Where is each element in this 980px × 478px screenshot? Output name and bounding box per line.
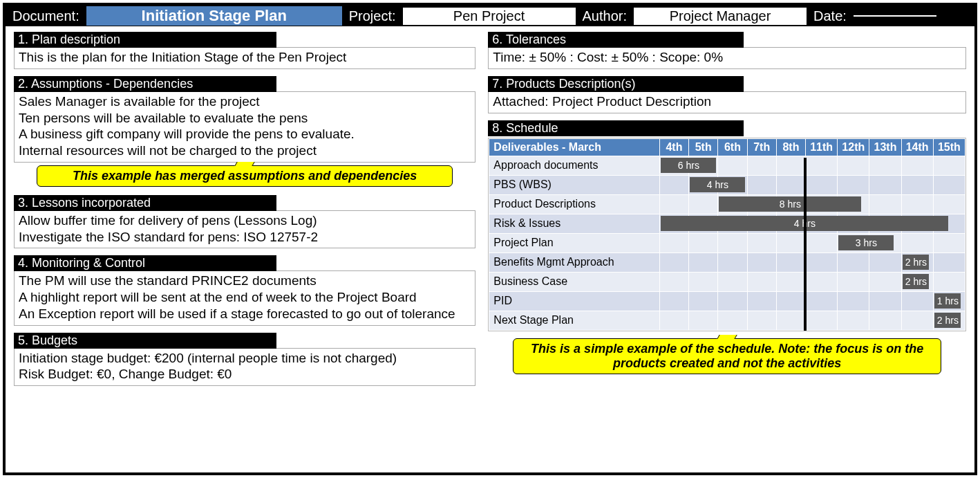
- section-products: 7. Products Description(s) Attached: Pro…: [488, 76, 966, 113]
- header-bar: Document: Initiation Stage Plan Project:…: [6, 6, 974, 26]
- schedule-row: Business Case: [489, 272, 965, 291]
- callout-note-assumptions: This example has merged assumptions and …: [37, 165, 452, 187]
- gantt-bar: 3 hrs: [838, 235, 894, 250]
- schedule-day-header: 13th: [869, 138, 901, 156]
- section-body: Time: ± 50% : Cost: ± 50% : Scope: 0%: [488, 47, 966, 69]
- schedule-row: Next Stage Plan: [489, 311, 965, 330]
- section-assumptions: 2. Assumptions - Dependencies Sales Mana…: [14, 76, 475, 188]
- section-body: This is the plan for the Initiation Stag…: [14, 47, 475, 69]
- project-label: Project:: [346, 8, 399, 24]
- section-schedule: 8. Schedule Deliverables - March4th5th6t…: [488, 120, 966, 331]
- section-title: 3. Lessons incorporated: [14, 195, 276, 211]
- author-field[interactable]: Project Manager: [634, 8, 807, 25]
- schedule-row: Approach documents: [489, 156, 965, 175]
- section-body: Attached: Project Product Description: [488, 91, 966, 113]
- section-title: 8. Schedule: [488, 120, 744, 136]
- gantt-bar: 4 hrs: [690, 177, 745, 192]
- schedule-row-label: Benefits Mgmt Approach: [489, 252, 659, 272]
- section-title: 1. Plan description: [14, 32, 276, 48]
- schedule-day-header: 5th: [689, 138, 718, 156]
- schedule-row-label: PID: [489, 291, 659, 311]
- section-body: Sales Manager is available for the proje…: [14, 91, 475, 163]
- gantt-bar: 2 hrs: [934, 313, 961, 328]
- author-label: Author:: [580, 8, 630, 24]
- schedule-gantt: Deliverables - March4th5th6th7th8th11th1…: [488, 138, 966, 331]
- schedule-row: PID: [489, 291, 965, 311]
- section-title: 2. Assumptions - Dependencies: [14, 76, 276, 92]
- section-title: 4. Monitoring & Control: [14, 255, 276, 271]
- right-column: 6. Tolerances Time: ± 50% : Cost: ± 50% …: [488, 32, 966, 386]
- gantt-bar: 2 hrs: [903, 255, 929, 270]
- section-title: 5. Budgets: [14, 333, 276, 349]
- gantt-bar: 2 hrs: [903, 274, 929, 289]
- section-tolerances: 6. Tolerances Time: ± 50% : Cost: ± 50% …: [488, 32, 966, 69]
- schedule-day-header: 12th: [838, 138, 869, 156]
- section-body: Initiation stage budget: €200 (internal …: [14, 348, 475, 387]
- section-title: 7. Products Description(s): [488, 76, 744, 92]
- date-label: Date:: [811, 8, 849, 24]
- left-column: 1. Plan description This is the plan for…: [14, 32, 475, 386]
- callout-note-schedule: This is a simple example of the schedule…: [513, 338, 941, 374]
- schedule-row-label: Product Descriptions: [489, 194, 659, 214]
- schedule-day-header: 4th: [659, 138, 688, 156]
- schedule-row-label: Business Case: [489, 272, 659, 291]
- schedule-day-header: 15th: [933, 138, 965, 156]
- schedule-row-label: Approach documents: [489, 156, 659, 175]
- page: Document: Initiation Stage Plan Project:…: [3, 3, 977, 475]
- section-lessons: 3. Lessons incorporated Allow buffer tim…: [14, 195, 475, 249]
- columns: 1. Plan description This is the plan for…: [14, 32, 966, 386]
- schedule-row-label: PBS (WBS): [489, 175, 659, 194]
- schedule-day-header: 8th: [776, 138, 805, 156]
- schedule-row-label: Next Stage Plan: [489, 311, 659, 330]
- schedule-row-label: Risk & Issues: [489, 214, 659, 233]
- section-monitoring: 4. Monitoring & Control The PM will use …: [14, 255, 475, 325]
- gantt-bar: 1 hrs: [934, 293, 961, 309]
- gantt-bar: 8 hrs: [719, 196, 861, 212]
- section-body: The PM will use the standard PRINCE2 doc…: [14, 270, 475, 325]
- section-body: Allow buffer time for delivery of pens (…: [14, 210, 475, 249]
- section-plan-description: 1. Plan description This is the plan for…: [14, 32, 475, 69]
- schedule-day-header: 14th: [901, 138, 933, 156]
- schedule-row-label: Project Plan: [489, 233, 659, 252]
- schedule-marker-line: [804, 158, 807, 331]
- document-title: Initiation Stage Plan: [86, 6, 342, 26]
- schedule-day-header: 6th: [718, 138, 747, 156]
- schedule-day-header: 11th: [806, 138, 838, 156]
- section-title: 6. Tolerances: [488, 32, 744, 48]
- date-field[interactable]: [854, 15, 936, 17]
- section-budgets: 5. Budgets Initiation stage budget: €200…: [14, 333, 475, 387]
- schedule-day-header: 7th: [747, 138, 776, 156]
- schedule-row: Benefits Mgmt Approach: [489, 252, 965, 272]
- gantt-bar: 6 hrs: [661, 158, 716, 173]
- document-label: Document:: [10, 8, 82, 24]
- schedule-header-label: Deliverables - March: [489, 138, 659, 156]
- project-field[interactable]: Pen Project: [403, 8, 576, 25]
